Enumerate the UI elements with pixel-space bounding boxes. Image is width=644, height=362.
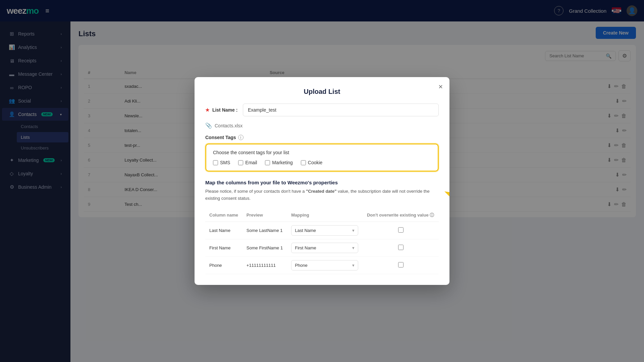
map-row: First Name Some FirstName 1 First Name ▾ (205, 239, 439, 256)
map-notice-quoted: "Created date" (306, 189, 336, 194)
map-col-name: First Name (205, 239, 243, 256)
map-notice: Please notice, if some of your contacts … (205, 188, 439, 202)
email-checkbox[interactable] (238, 160, 243, 165)
svg-marker-0 (444, 191, 449, 200)
map-overwrite-cell[interactable] (363, 239, 439, 256)
map-mapping-header: Mapping (287, 209, 363, 222)
map-table: Column name Preview Mapping Don't overwr… (205, 209, 439, 274)
modal-close-button[interactable]: × (438, 82, 443, 91)
sms-checkbox[interactable] (213, 160, 218, 165)
list-name-label: ★ List Name : (205, 107, 239, 113)
info-icon[interactable]: i (238, 135, 244, 140)
mapping-dropdown[interactable]: First Name ▾ (291, 243, 358, 253)
modal-overlay: × Upload List ★ List Name : 📎 Contacts.x… (0, 0, 644, 362)
map-preview: Some FirstName 1 (243, 239, 287, 256)
marketing-checkbox[interactable] (265, 160, 270, 165)
required-star: ★ (205, 107, 210, 113)
map-preview-header: Preview (243, 209, 287, 222)
sms-label: SMS (220, 160, 230, 165)
map-overwrite-cell[interactable] (363, 256, 439, 274)
list-name-group: ★ List Name : (205, 104, 439, 116)
overwrite-checkbox[interactable] (398, 262, 404, 267)
file-name: Contacts.xlsx (215, 123, 243, 128)
list-name-input[interactable] (243, 104, 439, 116)
map-section-title: Map the columns from your file to Weezmo… (205, 180, 439, 185)
consent-tags-box: Choose the consent tags for your list SM… (205, 143, 439, 172)
mapping-dropdown[interactable]: Phone ▾ (291, 260, 358, 270)
map-col-name: Phone (205, 256, 243, 274)
mapping-dropdown[interactable]: Last Name ▾ (291, 225, 358, 236)
map-row: Last Name Some LastName 1 Last Name ▾ (205, 222, 439, 239)
consent-tags-section-label: Consent Tags i (205, 135, 439, 140)
cookie-checkbox[interactable] (301, 160, 306, 165)
map-overwrite-header: Don't overwrite existing value ⓘ (363, 209, 439, 222)
map-preview: +11111111111 (243, 256, 287, 274)
file-row: 📎 Contacts.xlsx (205, 122, 439, 129)
map-col-header: Column name (205, 209, 243, 222)
email-label: Email (245, 160, 257, 165)
map-mapping-select[interactable]: Last Name ▾ (287, 222, 363, 239)
paperclip-icon: 📎 (205, 122, 212, 129)
tag-email[interactable]: Email (238, 160, 257, 165)
tag-sms[interactable]: SMS (213, 160, 230, 165)
upload-list-modal: × Upload List ★ List Name : 📎 Contacts.x… (195, 77, 449, 285)
map-row: Phone +11111111111 Phone ▾ (205, 256, 439, 274)
map-col-name: Last Name (205, 222, 243, 239)
consent-tags-desc: Choose the consent tags for your list (213, 150, 431, 155)
overwrite-checkbox[interactable] (398, 245, 404, 250)
marketing-label: Marketing (272, 160, 292, 165)
cookie-label: Cookie (308, 160, 323, 165)
map-mapping-select[interactable]: First Name ▾ (287, 239, 363, 256)
modal-title: Upload List (205, 88, 439, 96)
tag-cookie[interactable]: Cookie (301, 160, 323, 165)
map-mapping-select[interactable]: Phone ▾ (287, 256, 363, 274)
tag-marketing[interactable]: Marketing (265, 160, 292, 165)
tag-options: SMS Email Marketing Cookie (213, 160, 431, 165)
map-preview: Some LastName 1 (243, 222, 287, 239)
overwrite-checkbox[interactable] (398, 227, 404, 233)
map-overwrite-cell[interactable] (363, 222, 439, 239)
